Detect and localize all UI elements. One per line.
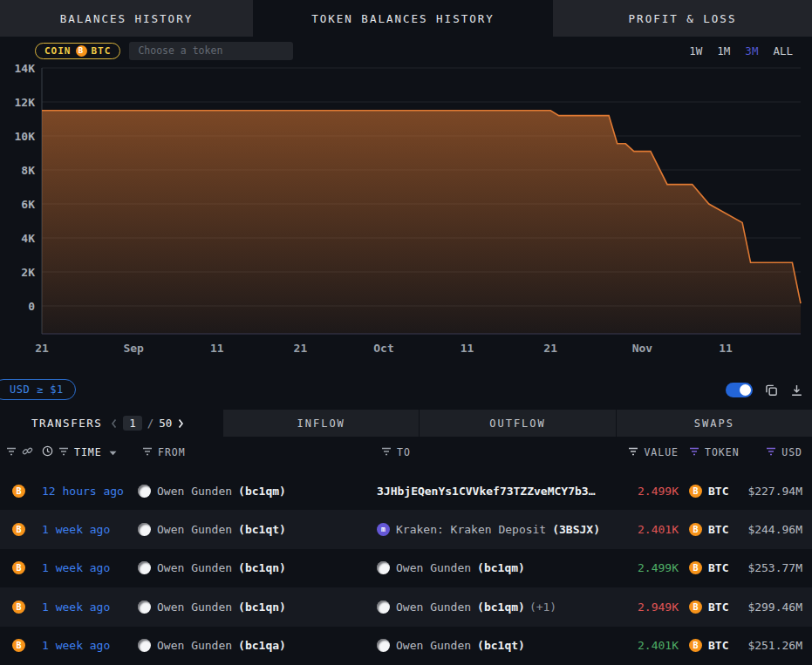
to-entity-name: Owen Gunden bbox=[396, 601, 471, 614]
range-3m[interactable]: 3M bbox=[745, 44, 758, 58]
transfer-time[interactable]: 12 hours ago bbox=[42, 485, 138, 498]
x-axis-label: 21 bbox=[543, 342, 557, 355]
transfer-to[interactable]: Owen Gunden (bc1qm) bbox=[377, 561, 600, 574]
transfer-token[interactable]: B BTC bbox=[679, 523, 743, 536]
page-next-icon[interactable] bbox=[177, 418, 184, 429]
transfer-token[interactable]: B BTC bbox=[679, 561, 743, 574]
link-icon[interactable] bbox=[22, 445, 33, 459]
transfer-token[interactable]: B BTC bbox=[679, 639, 743, 652]
bitcoin-icon: B bbox=[689, 523, 702, 536]
transfer-time[interactable]: 1 week ago bbox=[42, 523, 138, 536]
transfer-value: 2.401K bbox=[600, 523, 679, 536]
token-filter-icon[interactable] bbox=[689, 446, 699, 458]
transfer-token[interactable]: B BTC bbox=[679, 485, 743, 498]
column-header-to[interactable]: TO bbox=[397, 446, 411, 458]
to-entity-name: Owen Gunden bbox=[396, 639, 471, 652]
time-filter-icon[interactable] bbox=[58, 446, 69, 458]
table-row[interactable]: B 1 week ago Owen Gunden (bc1qt) m Krake… bbox=[0, 510, 812, 548]
token-symbol: BTC bbox=[708, 561, 728, 574]
bitcoin-icon: B bbox=[12, 485, 25, 498]
copy-icon[interactable] bbox=[765, 383, 778, 397]
tab-token-balances-history[interactable]: TOKEN BALANCES HISTORY bbox=[253, 0, 553, 37]
chevron-down-icon[interactable] bbox=[109, 446, 117, 458]
transfer-from[interactable]: Owen Gunden (bc1qa) bbox=[138, 639, 377, 652]
from-filter-icon[interactable] bbox=[142, 446, 153, 458]
table-row[interactable]: B 1 week ago Owen Gunden (bc1qn) Owen Gu… bbox=[0, 587, 812, 626]
token-symbol: BTC bbox=[708, 485, 728, 498]
from-entity-name: Owen Gunden bbox=[157, 601, 232, 614]
transfer-to[interactable]: Owen Gunden (bc1qm) (+1) bbox=[377, 601, 600, 614]
transfer-time[interactable]: 1 week ago bbox=[42, 601, 138, 614]
transfer-usd: $253.77M bbox=[743, 561, 802, 574]
chart-toggle-switch[interactable] bbox=[726, 383, 753, 397]
transfer-to[interactable]: 3JHbjEQenYs1CVVkef73TZZveMCY7b3… bbox=[377, 485, 600, 498]
from-address: (bc1qn) bbox=[238, 561, 286, 574]
transfers-label: TRANSFERS bbox=[31, 417, 102, 430]
value-filter-icon[interactable] bbox=[628, 446, 638, 458]
transfer-value: 2.949K bbox=[600, 601, 679, 614]
bitcoin-icon: B bbox=[76, 45, 87, 57]
range-1m[interactable]: 1M bbox=[717, 44, 730, 58]
bitcoin-icon: B bbox=[12, 561, 25, 574]
owen-gunden-icon bbox=[138, 639, 151, 652]
to-address: 3JHbjEQenYs1CVVkef73TZZveMCY7b3… bbox=[377, 485, 595, 498]
table-row[interactable]: B 1 week ago Owen Gunden (bc1qn) Owen Gu… bbox=[0, 549, 812, 587]
toggle-knob bbox=[740, 384, 751, 396]
table-row[interactable]: B 12 hours ago Owen Gunden (bc1qm) 3JHbj… bbox=[0, 472, 812, 510]
table-row[interactable]: B 1 week ago Owen Gunden (bc1qa) Owen Gu… bbox=[0, 627, 812, 665]
download-icon[interactable] bbox=[790, 383, 803, 397]
coin-chip-token: BTC bbox=[92, 45, 112, 57]
transfer-time[interactable]: 1 week ago bbox=[42, 561, 138, 574]
token-balances-page: BALANCES HISTORY TOKEN BALANCES HISTORY … bbox=[0, 0, 812, 665]
usd-filter-chip[interactable]: USD ≥ $1 bbox=[0, 379, 76, 400]
from-entity-name: Owen Gunden bbox=[157, 523, 232, 536]
coin-filter-chip[interactable]: COIN B BTC bbox=[35, 43, 120, 59]
balance-history-chart[interactable]: 14K12K10K8K6K4K2K021Sep1121Oct1121Nov11 bbox=[0, 61, 812, 357]
transfer-from[interactable]: Owen Gunden (bc1qt) bbox=[138, 523, 377, 536]
from-entity-name: Owen Gunden bbox=[157, 485, 232, 498]
to-entity-name: Kraken: Kraken Deposit bbox=[396, 523, 546, 536]
transfers-tab[interactable]: TRANSFERS 1 / 50 bbox=[0, 410, 222, 437]
transfer-usd: $299.46M bbox=[743, 601, 802, 614]
range-1w[interactable]: 1W bbox=[689, 44, 702, 58]
column-header-token[interactable]: TOKEN bbox=[705, 446, 740, 458]
transfer-value: 2.499K bbox=[600, 561, 679, 574]
transfer-time[interactable]: 1 week ago bbox=[42, 639, 138, 652]
range-all[interactable]: ALL bbox=[773, 44, 793, 58]
tab-balances-history[interactable]: BALANCES HISTORY bbox=[0, 0, 253, 37]
page-prev-icon[interactable] bbox=[111, 418, 118, 429]
filter-icon[interactable] bbox=[6, 446, 17, 458]
y-axis-label: 6K bbox=[21, 198, 35, 211]
x-axis-label: 21 bbox=[35, 342, 49, 355]
inflow-tab[interactable]: INFLOW bbox=[222, 410, 419, 437]
transfer-to[interactable]: Owen Gunden (bc1qt) bbox=[377, 639, 600, 652]
x-axis-label: 11 bbox=[719, 342, 733, 355]
filter-bar: USD ≥ $1 bbox=[0, 377, 812, 403]
token-search-input[interactable] bbox=[129, 42, 293, 60]
transfer-from[interactable]: Owen Gunden (bc1qn) bbox=[138, 561, 377, 574]
tab-profit-and-loss[interactable]: PROFIT & LOSS bbox=[553, 0, 812, 37]
column-header-time[interactable]: TIME bbox=[74, 446, 102, 458]
balance-area bbox=[42, 111, 801, 334]
bitcoin-icon: B bbox=[12, 639, 25, 652]
total-pages: 50 bbox=[159, 417, 172, 430]
from-entity-name: Owen Gunden bbox=[157, 561, 232, 574]
usd-filter-icon[interactable] bbox=[766, 446, 776, 458]
transfer-to[interactable]: m Kraken: Kraken Deposit (3BSJX) bbox=[377, 523, 600, 536]
to-filter-icon[interactable] bbox=[381, 446, 392, 458]
y-axis-label: 12K bbox=[15, 96, 36, 109]
swaps-tab[interactable]: SWAPS bbox=[616, 410, 812, 437]
to-address: (bc1qt) bbox=[477, 639, 525, 652]
x-axis-label: Oct bbox=[373, 342, 393, 355]
transfer-from[interactable]: Owen Gunden (bc1qn) bbox=[138, 601, 377, 614]
transfer-from[interactable]: Owen Gunden (bc1qm) bbox=[138, 485, 377, 498]
outflow-tab[interactable]: OUTFLOW bbox=[419, 410, 615, 437]
y-axis-label: 0 bbox=[28, 300, 35, 313]
transfer-token[interactable]: B BTC bbox=[679, 601, 743, 614]
x-axis-label: 11 bbox=[461, 342, 474, 355]
y-axis-label: 8K bbox=[21, 164, 35, 177]
column-header-from[interactable]: FROM bbox=[158, 446, 186, 458]
column-header-value[interactable]: VALUE bbox=[644, 446, 679, 458]
owen-gunden-icon bbox=[138, 485, 151, 498]
column-header-usd[interactable]: USD bbox=[781, 446, 802, 458]
